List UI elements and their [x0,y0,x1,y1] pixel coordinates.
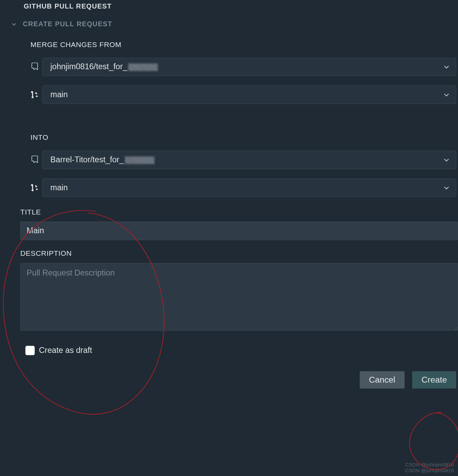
chevron-down-icon [10,20,18,28]
section-title-label: CREATE PULL REQUEST [23,20,112,28]
into-label: INTO [30,134,456,142]
create-pull-request-panel: GITHUB PULL REQUEST CREATE PULL REQUEST … [0,0,458,389]
merge-from-repo-dropdown[interactable]: johnjim0816/test_for_ [42,58,456,76]
panel-title: GITHUB PULL REQUEST [9,0,458,19]
compare-icon [30,90,42,99]
into-branch-value: main [51,183,443,192]
title-label: TITLE [20,208,458,217]
into-repo-value: Barrel-Titor/test_for_ [51,155,443,164]
description-label: DESCRIPTION [20,250,458,258]
compare-icon [30,183,42,192]
section-create-pr-header[interactable]: CREATE PULL REQUEST [9,19,458,41]
merge-from-branch-dropdown[interactable]: main [42,85,456,104]
chevron-down-icon [443,184,450,191]
repo-icon [30,155,42,164]
cancel-button[interactable]: Cancel [360,371,405,389]
chevron-down-icon [443,157,450,163]
repo-icon [30,63,42,71]
chevron-down-icon [443,91,450,98]
merge-from-group: MERGE CHANGES FROM johnjim0816/test_for_… [9,41,458,104]
merge-from-repo-value: johnjim0816/test_for_ [51,62,443,71]
merge-from-label: MERGE CHANGES FROM [30,41,456,49]
title-group: TITLE [9,208,458,240]
draft-checkbox-row[interactable]: Create as draft [9,346,458,355]
title-input[interactable] [20,222,458,240]
description-textarea[interactable] [20,263,458,330]
into-repo-dropdown[interactable]: Barrel-Titor/test_for_ [42,150,456,169]
redacted-text [125,157,154,164]
draft-checkbox-label: Create as draft [39,346,92,355]
watermark: CSDN @johnjim0816 CSDN @johnjim0816 [405,462,454,473]
chevron-down-icon [443,63,450,70]
draft-checkbox[interactable] [25,346,34,355]
into-group: INTO Barrel-Titor/test_for_ main [9,134,458,197]
into-branch-dropdown[interactable]: main [42,178,456,197]
create-button[interactable]: Create [412,371,456,389]
description-group: DESCRIPTION [9,250,458,332]
merge-from-branch-value: main [51,90,443,99]
action-buttons: Cancel Create [9,371,458,389]
redacted-text [128,63,158,71]
